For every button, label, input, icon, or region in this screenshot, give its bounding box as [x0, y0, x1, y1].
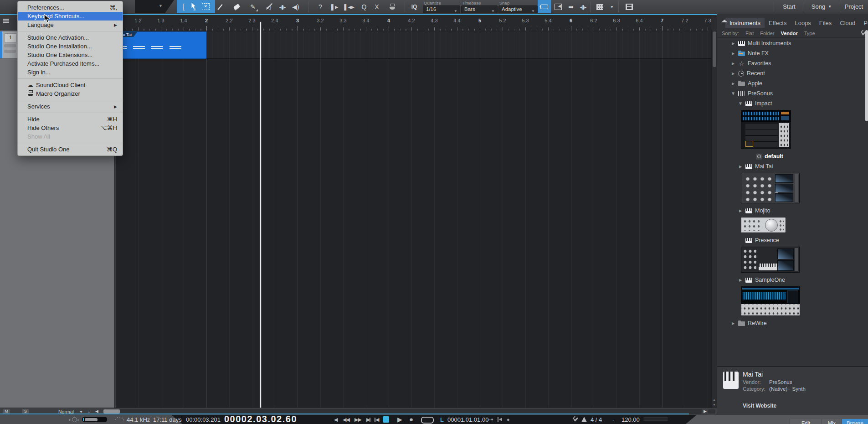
range-select-icon[interactable]: ✕	[202, 3, 210, 10]
arrow-cursor-icon[interactable]	[190, 2, 196, 11]
sort-option-folder[interactable]: Folder	[760, 31, 774, 36]
prev-marker-button[interactable]: ◀	[334, 417, 337, 423]
midi-note[interactable]	[133, 46, 145, 47]
timebase-dropdown[interactable]: Bars▼	[461, 5, 498, 13]
tab-pool[interactable]: Pool	[859, 18, 868, 28]
track-lane-1[interactable]: Mai Tai	[114, 31, 711, 59]
snap-toggle-active[interactable]	[538, 0, 551, 13]
zoom-slider[interactable]	[708, 409, 715, 414]
metronome-icon[interactable]	[581, 417, 587, 422]
tree-item-favorites[interactable]: ▶☆Favorites	[717, 58, 865, 68]
track-control[interactable]	[4, 50, 16, 53]
edit-view-button[interactable]: Edit	[790, 419, 822, 424]
record-button[interactable]: ●	[409, 415, 413, 423]
scroll-left-icon[interactable]: ◀	[95, 409, 98, 414]
menu-item-macro-organizer[interactable]: Macro Organizer	[18, 89, 123, 98]
menu-item-sign-in[interactable]: Sign in...	[18, 68, 123, 77]
midi-note[interactable]	[151, 46, 163, 47]
quantize-dropdown[interactable]: 1/16▼	[423, 5, 460, 13]
expand-arrow-icon[interactable]: ▶	[738, 165, 743, 169]
tree-item-recent[interactable]: ▶Recent	[717, 68, 865, 78]
action-x-button[interactable]: X	[371, 1, 383, 12]
arrow-tool-selected[interactable]: [ ✕	[177, 0, 215, 13]
menu-item-services[interactable]: Services▶	[18, 102, 123, 111]
position-display[interactable]: 00002.03.02.60	[224, 414, 330, 424]
hamburger-menu-icon[interactable]	[3, 19, 9, 23]
tree-item-presence[interactable]: Presence	[717, 235, 865, 245]
tree-item-default[interactable]: default	[717, 151, 865, 161]
tree-item-mojito[interactable]: ▶Mojito	[717, 206, 865, 216]
scrollbar-thumb[interactable]	[713, 31, 716, 67]
fast-forward-button[interactable]: ▶▶	[354, 417, 361, 423]
stop-button-active[interactable]	[383, 416, 389, 423]
menu-item-studio-one-activation[interactable]: Studio One Activation...	[18, 33, 123, 42]
playhead[interactable]	[260, 22, 261, 408]
menu-item-activate-purchased-items[interactable]: Activate Purchased Items...	[18, 59, 123, 68]
tab-cloud[interactable]: Cloud	[836, 18, 859, 28]
menu-item-preferences[interactable]: Preferences...⌘,	[18, 3, 123, 12]
tree-item-sampleone[interactable]: ▶SampleOne	[717, 275, 865, 285]
timeline-ruler[interactable]: 1.21.31.422.22.32.433.23.33.444.24.34.45…	[114, 15, 711, 31]
sort-option-type[interactable]: Type	[804, 31, 815, 36]
listen-tool-icon[interactable]: ◀)	[290, 1, 302, 12]
tree-item-rewire[interactable]: ▶ReWire	[717, 318, 865, 328]
expand-arrow-icon[interactable]: ▶	[731, 72, 735, 76]
expand-arrow-icon[interactable]: ▶	[731, 321, 735, 326]
sort-option-flat[interactable]: Flat	[745, 31, 754, 36]
arrangement-area[interactable]: Mai Tai	[114, 31, 711, 408]
chevron-down-icon[interactable]: ▼	[606, 1, 618, 12]
next-marker-button[interactable]: ▶	[366, 417, 370, 423]
expand-arrow-icon[interactable]: ▶	[731, 41, 735, 46]
tree-item-multi-instruments[interactable]: ▶Multi Instruments	[717, 38, 865, 48]
tab-instruments[interactable]: Instruments	[725, 18, 765, 28]
tree-item-apple[interactable]: ▶Apple	[717, 78, 865, 88]
macro-tools-icon[interactable]	[386, 1, 398, 12]
preroll-icon[interactable]	[498, 417, 504, 422]
scroll-up-icon[interactable]: ▲	[713, 398, 716, 401]
expand-arrow-icon[interactable]: ▶	[731, 82, 735, 86]
presence-thumbnail[interactable]	[741, 247, 800, 273]
tab-files[interactable]: Files	[815, 18, 836, 28]
swing-value[interactable]: -	[612, 416, 614, 423]
paint-tool-icon[interactable]: ✎	[247, 1, 259, 12]
timestretch-icon[interactable]: ❚▸	[328, 1, 340, 12]
arrow-right-icon[interactable]: ➡	[565, 1, 577, 12]
midi-note[interactable]	[169, 46, 181, 47]
song-page-button[interactable]: Song▼	[805, 0, 838, 13]
help-tool-icon[interactable]: ?	[314, 1, 326, 12]
panel-icon[interactable]	[552, 1, 564, 12]
mai-tai-thumbnail[interactable]	[741, 173, 800, 203]
record-mode-icon[interactable]: ●	[507, 417, 510, 422]
scroll-down-icon[interactable]: ▼	[713, 403, 716, 406]
visit-website-link[interactable]: Visit Website	[743, 403, 776, 409]
expand-arrow-icon[interactable]: ▶	[738, 209, 743, 213]
browser-scrollbar-thumb[interactable]	[865, 30, 868, 121]
split-cursor-icon[interactable]: ◂❚▸	[577, 1, 589, 12]
tab-loops[interactable]: Loops	[791, 18, 815, 28]
tree-item-impact[interactable]: ▶Impact	[717, 98, 865, 109]
audiobend-icon[interactable]: ❚◂▸	[343, 1, 354, 12]
tree-item-note-fx[interactable]: ▶Note FX	[717, 48, 865, 58]
menu-item-soundcloud-client[interactable]: ☁SoundCloud Client	[18, 81, 123, 89]
expand-arrow-icon[interactable]: ▶	[731, 52, 735, 56]
eraser-tool-icon[interactable]	[231, 1, 242, 12]
track-control[interactable]	[4, 44, 16, 47]
tree-item-mai-tai[interactable]: ▶Mai Tai	[717, 161, 865, 171]
track-number[interactable]: 1	[4, 33, 17, 42]
bend-tool-icon[interactable]: ◂❚▸	[276, 1, 288, 12]
play-button[interactable]: ▶	[397, 416, 402, 423]
menu-item-hide-others[interactable]: Hide Others⌥⌘H	[18, 124, 123, 132]
mojito-thumbnail[interactable]	[741, 217, 786, 233]
quantize-button[interactable]: Q	[358, 1, 370, 12]
project-page-button[interactable]: Project	[840, 0, 868, 13]
menu-item-language[interactable]: Language▶	[18, 21, 123, 29]
mute-tool-icon[interactable]: ◁	[262, 1, 274, 12]
time-signature[interactable]: 4 / 4	[591, 416, 602, 423]
menu-item-studio-one-extensions[interactable]: Studio One Extensions...	[18, 51, 123, 59]
midi-clip[interactable]: Mai Tai	[115, 31, 206, 59]
impact-thumbnail[interactable]	[741, 110, 791, 149]
sampleone-thumbnail[interactable]	[741, 286, 800, 316]
expand-arrow-icon[interactable]: ▶	[731, 62, 735, 66]
scrollbar-thumb[interactable]	[103, 409, 120, 414]
mix-view-button[interactable]: Mix	[822, 419, 842, 424]
